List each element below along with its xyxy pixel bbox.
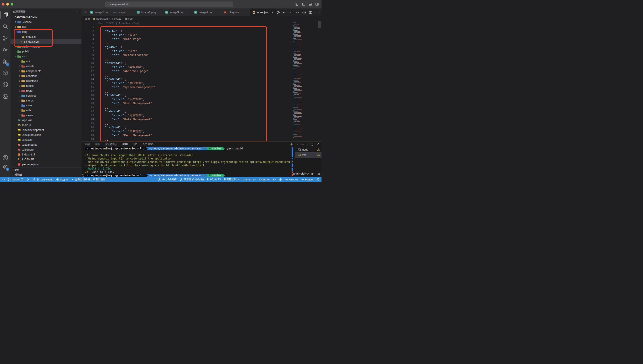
- panel-tab-端口[interactable]: 端口: [133, 142, 138, 147]
- close-tab-icon[interactable]: ×: [271, 11, 273, 14]
- toggle-sidebar-icon[interactable]: [302, 2, 305, 6]
- panel-tab-终端[interactable]: 终端: [123, 142, 128, 147]
- previous-change-icon[interactable]: [283, 11, 286, 14]
- tree-item-index.js[interactable]: JS index.js: [11, 34, 82, 39]
- status-item-Prettier[interactable]: Prettier: [301, 178, 313, 181]
- tab-image6.png[interactable]: image6.png: [192, 8, 221, 16]
- status-item-UTF-8[interactable]: UTF-8: [242, 178, 250, 181]
- tree-item-.gitignore[interactable]: .gitignore: [11, 147, 82, 152]
- panel-tab-GITLENS[interactable]: GITLENS: [143, 142, 154, 147]
- activity-bar-explorer-icon[interactable]: [0, 11, 11, 19]
- terminal-process-node[interactable]: node: [295, 147, 322, 152]
- terminal-process-zsh[interactable]: zsh: [295, 152, 322, 158]
- command-center-search[interactable]: sanyuan-admin: [105, 2, 233, 7]
- tree-item-router[interactable]: router: [11, 88, 82, 93]
- new-terminal-icon[interactable]: [290, 143, 293, 146]
- status-item-You, 2小时前[interactable]: You, 2小时前: [158, 178, 177, 181]
- activity-bar-source-control-icon[interactable]: [0, 34, 11, 42]
- tree-item-.env.development[interactable]: .ENV .env.development: [11, 128, 82, 132]
- status-item-何景源 (2 小时前)[interactable]: 何景源 (2 小时前): [180, 178, 204, 181]
- panel-more-icon[interactable]: [301, 143, 304, 146]
- status-item-行 60, 列 23[interactable]: 行 60, 列 23: [207, 178, 221, 181]
- sidebar-section-大纲[interactable]: 大纲: [11, 168, 82, 172]
- status-item-bell[interactable]: [316, 178, 320, 181]
- tab-image3.png[interactable]: image3.png: [134, 8, 163, 16]
- tree-item-node_modules[interactable]: node_modules: [11, 44, 82, 49]
- tree-item-dist[interactable]: dist: [11, 24, 82, 30]
- toggle-secondary-sidebar-icon[interactable]: [315, 2, 319, 6]
- activity-bar-settings-gear-icon[interactable]: 1: [0, 163, 11, 171]
- tab-.gitignore[interactable]: .gitignore: [221, 8, 250, 16]
- tree-item-package.json[interactable]: n package.json: [11, 162, 82, 167]
- tree-item-.gitattributes[interactable]: .gitattributes: [11, 142, 82, 147]
- history-back-button[interactable]: ←: [92, 2, 96, 6]
- activity-bar-gitlens-inspect-icon[interactable]: [0, 93, 11, 100]
- activity-bar-extensions-icon[interactable]: 3: [0, 58, 11, 66]
- breadcrumb-item[interactable]: index.json: [96, 17, 108, 20]
- terminal[interactable]: ⊙hejingyuan@hejingyuandeMacBook-Pro ~/co…: [82, 147, 290, 177]
- status-item-layers[interactable]: [279, 178, 282, 181]
- maximize-panel-icon[interactable]: [310, 143, 313, 146]
- toggle-panel-icon[interactable]: [308, 2, 312, 6]
- tree-item-LICENSE[interactable]: LICENSE: [11, 157, 82, 162]
- close-panel-icon[interactable]: [316, 143, 319, 146]
- tree-item-utils[interactable]: utils: [11, 108, 82, 113]
- tree-item-App.vue[interactable]: App.vue: [11, 118, 82, 123]
- activity-bar-cube-icon[interactable]: [0, 69, 11, 77]
- more-actions-icon[interactable]: [315, 11, 319, 14]
- status-item-controller[interactable]: [273, 178, 276, 181]
- panel-tab-问题[interactable]: 问题: [85, 142, 90, 147]
- panel-tab-输出[interactable]: 输出: [95, 142, 100, 147]
- tree-item-constant[interactable]: constant: [11, 74, 82, 78]
- code-editor[interactable]: You, 2小时前 | 1 author (You) 1{2 "qylb2": …: [82, 21, 322, 142]
- command-decoration-icon[interactable]: [82, 174, 84, 177]
- status-item-Go Live[interactable]: Go Live: [285, 178, 298, 181]
- maximize-window-button[interactable]: [11, 3, 14, 6]
- status-item-更新已准备好，单击以重启。[interactable]: 更新已准备好，单击以重启。: [71, 178, 108, 181]
- breadcrumb[interactable]: lang› {} index.json› {} ev022› abc en: [82, 16, 322, 21]
- tree-item-index.json[interactable]: { } index.json: [11, 39, 82, 44]
- next-change-icon[interactable]: [296, 11, 299, 14]
- tree-item-main.js[interactable]: JS main.js: [11, 123, 82, 128]
- panel-tab-调试控制台[interactable]: 调试控制台: [105, 142, 118, 147]
- tree-item-index.html[interactable]: 5 index.html: [11, 152, 82, 157]
- tree-item-hooks[interactable]: hooks: [11, 84, 82, 88]
- tree-item-.env.test[interactable]: .ENV .env.test: [11, 138, 82, 142]
- tree-item-views[interactable]: views: [11, 113, 82, 118]
- breadcrumb-item[interactable]: lang: [85, 17, 90, 20]
- tree-item-.env.production[interactable]: .ENV .env.production: [11, 132, 82, 138]
- activity-bar-gitlens-icon[interactable]: [0, 81, 11, 88]
- tree-item-services[interactable]: services: [11, 93, 82, 98]
- breadcrumb-item[interactable]: en: [130, 17, 132, 20]
- tree-item-src[interactable]: src: [11, 54, 82, 59]
- tab-image5.png[interactable]: image5.png: [163, 8, 192, 16]
- tree-item-public[interactable]: public: [11, 49, 82, 54]
- terminal-dropdown-icon[interactable]: [296, 143, 298, 146]
- tree-item-components[interactable]: components: [11, 69, 82, 74]
- status-item-0[interactable]: 0 0: [56, 178, 68, 181]
- tree-item-.vscode[interactable]: .vscode: [11, 20, 82, 24]
- customize-layout-icon[interactable]: [295, 2, 299, 6]
- sidebar-section-时间线[interactable]: 时间线: [11, 172, 82, 177]
- source-control-icon[interactable]: [302, 11, 306, 14]
- tab-image2.png[interactable]: image2.png .../md-image: [88, 8, 134, 16]
- tab-s[interactable]: s: [82, 8, 88, 16]
- tree-root[interactable]: SANYUAN-ADMIN: [11, 15, 82, 20]
- tree-item-style[interactable]: style: [11, 103, 82, 108]
- tree-item-lang[interactable]: lang: [11, 30, 82, 34]
- status-item-graph[interactable]: [26, 178, 30, 181]
- history-forward-button[interactable]: →: [99, 2, 102, 6]
- tab-index.json[interactable]: {} index.json ×: [250, 8, 276, 16]
- status-item-Launchpad[interactable]: Launchpad: [32, 178, 53, 181]
- status-item-LF[interactable]: LF: [253, 178, 256, 181]
- status-item-JSON[interactable]: {} JSON: [259, 178, 269, 181]
- activity-bar-search-icon[interactable]: [0, 23, 11, 30]
- close-window-button[interactable]: [2, 3, 5, 6]
- status-item-remote[interactable]: [2, 178, 5, 181]
- minimap[interactable]: [292, 22, 302, 138]
- split-editor-icon[interactable]: [309, 11, 312, 14]
- change-icon[interactable]: [289, 11, 293, 14]
- tree-item-assets[interactable]: assets: [11, 64, 82, 69]
- activity-bar-account-icon[interactable]: [0, 154, 11, 162]
- minimize-window-button[interactable]: [6, 3, 9, 6]
